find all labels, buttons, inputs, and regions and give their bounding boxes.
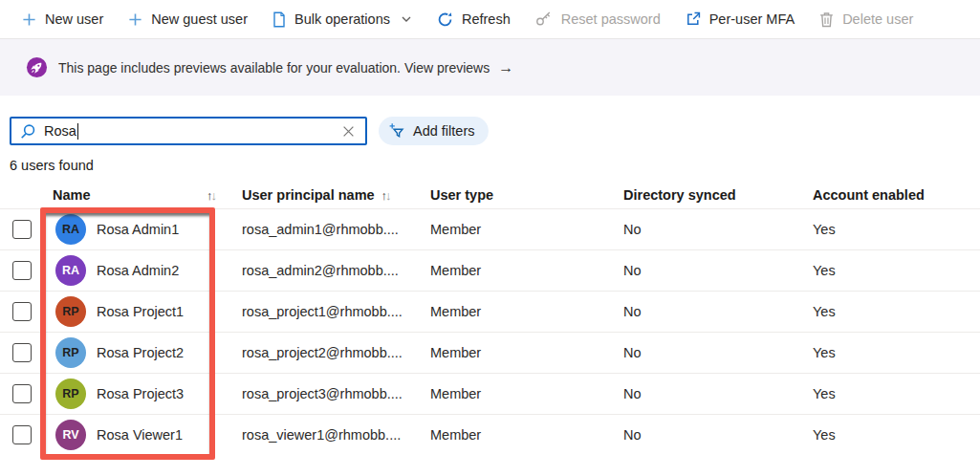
row-checkbox[interactable] [12,343,32,362]
avatar: RA [55,214,86,245]
user-principal-name-cell: rosa_admin1@rhmobb.... [242,222,430,237]
toolbar-bulk-operations-button[interactable]: Bulk operations [260,0,425,38]
account-enabled-cell: Yes [813,304,980,319]
toolbar-new-guest-user-button[interactable]: New guest user [116,0,260,38]
toolbar-per-user-mfa-button[interactable]: Per-user MFA [673,0,807,38]
user-type-cell: Member [430,263,623,278]
trash-icon [819,11,834,28]
name-cell: RVRosa Viewer1 [44,420,242,450]
toolbar-reset-password-button[interactable]: Reset password [523,0,673,38]
add-filters-button[interactable]: Add filters [379,117,489,145]
user-name[interactable]: Rosa Project2 [97,345,184,360]
avatar: RA [55,255,86,286]
column-header-label: User type [430,187,493,203]
directory-synced-cell: No [623,304,813,319]
name-cell: RARosa Admin2 [44,255,242,286]
column-header-label: Account enabled [813,187,925,203]
rocket-icon [26,56,48,78]
table-row[interactable]: RPRosa Project1rosa_project1@rhmobb....M… [0,291,980,332]
user-principal-name-cell: rosa_viewer1@rhmobb.... [242,427,430,443]
table-row[interactable]: RARosa Admin2rosa_admin2@rhmobb....Membe… [0,249,980,291]
toolbar: New userNew guest userBulk operationsRef… [0,0,980,39]
users-table: Name↑↓User principal name↑↓User typeDire… [0,182,980,455]
user-type-cell: Member [430,345,623,360]
results-count: 6 users found [10,158,980,173]
user-principal-name-cell: rosa_project2@rhmobb.... [242,345,430,360]
azure-users-page: New userNew guest userBulk operationsRef… [0,0,980,476]
table-row[interactable]: RPRosa Project3rosa_project3@rhmobb....M… [0,373,980,414]
search-input[interactable]: Rosa [10,117,367,145]
document-icon [272,11,286,28]
row-checkbox[interactable] [12,425,32,444]
table-row[interactable]: RARosa Admin1rosa_admin1@rhmobb....Membe… [0,208,980,249]
close-icon[interactable] [340,123,357,140]
account-enabled-cell: Yes [813,345,980,360]
column-header-label: Directory synced [623,187,736,203]
user-name[interactable]: Rosa Project1 [97,304,184,319]
column-header-label: User principal name [242,187,375,203]
user-name[interactable]: Rosa Admin2 [97,263,179,278]
avatar: RP [55,337,86,368]
user-type-cell: Member [430,304,623,319]
sort-arrows-icon[interactable]: ↑↓ [207,188,215,203]
toolbar-item-label: New guest user [151,11,248,27]
preview-banner: This page includes previews available fo… [0,39,980,96]
external-link-icon [686,11,701,27]
chevron-down-icon [401,13,412,25]
column-header-name[interactable]: Name↑↓ [44,187,242,203]
account-enabled-cell: Yes [813,386,980,401]
refresh-icon [437,11,453,28]
plus-icon [128,12,142,27]
directory-synced-cell: No [623,386,813,401]
user-principal-name-cell: rosa_project1@rhmobb.... [242,304,430,319]
directory-synced-cell: No [623,222,813,237]
user-principal-name-cell: rosa_project3@rhmobb.... [242,386,430,401]
add-filter-icon [389,122,406,140]
user-type-cell: Member [430,386,623,401]
name-cell: RARosa Admin1 [44,214,242,245]
key-icon [535,11,553,27]
plus-icon [22,12,36,27]
view-previews-link[interactable]: View previews [404,60,490,76]
user-name[interactable]: Rosa Project3 [97,386,184,401]
avatar: RP [55,379,86,409]
checkbox-cell [0,384,44,403]
account-enabled-cell: Yes [813,263,980,278]
toolbar-delete-user-button[interactable]: Delete user [807,0,926,38]
search-icon [20,123,36,140]
column-header-directory-synced: Directory synced [623,187,813,203]
directory-synced-cell: No [623,345,813,360]
column-header-user-type: User type [430,187,623,203]
avatar: RV [55,420,86,450]
toolbar-refresh-button[interactable]: Refresh [425,0,523,38]
add-filters-label: Add filters [413,123,474,139]
name-cell: RPRosa Project1 [44,296,242,327]
toolbar-item-label: Bulk operations [294,11,390,27]
toolbar-new-user-button[interactable]: New user [10,0,116,38]
table-body: RARosa Admin1rosa_admin1@rhmobb....Membe… [0,208,980,455]
row-checkbox[interactable] [12,261,32,280]
account-enabled-cell: Yes [813,427,980,443]
user-type-cell: Member [430,222,623,237]
user-type-cell: Member [430,427,623,443]
checkbox-cell [0,302,44,321]
arrow-right-icon[interactable]: → [498,59,513,76]
search-row: Rosa Add filters [10,117,980,145]
toolbar-item-label: Reset password [561,11,661,27]
table-row[interactable]: RVRosa Viewer1rosa_viewer1@rhmobb....Mem… [0,414,980,455]
account-enabled-cell: Yes [813,222,980,237]
table-row[interactable]: RPRosa Project2rosa_project2@rhmobb....M… [0,332,980,373]
sort-arrows-icon[interactable]: ↑↓ [381,188,390,203]
user-name[interactable]: Rosa Viewer1 [97,427,183,443]
banner-message: This page includes previews available fo… [58,60,401,76]
row-checkbox[interactable] [12,220,32,239]
row-checkbox[interactable] [12,302,32,321]
name-cell: RPRosa Project2 [44,337,242,368]
user-name[interactable]: Rosa Admin1 [97,222,179,237]
checkbox-cell [0,425,44,444]
column-header-user-principal-name[interactable]: User principal name↑↓ [242,187,430,203]
toolbar-item-label: New user [45,11,103,27]
table-header: Name↑↓User principal name↑↓User typeDire… [0,182,980,208]
row-checkbox[interactable] [12,384,32,403]
toolbar-item-label: Per-user MFA [709,11,795,27]
